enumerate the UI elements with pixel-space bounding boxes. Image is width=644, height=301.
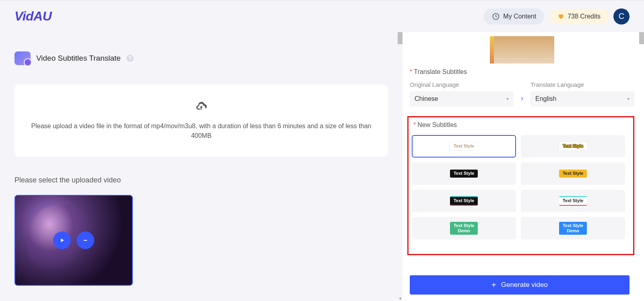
subtitle-style-option-8[interactable]: Text StyleDemo <box>521 217 625 240</box>
generate-row: + Generate video <box>410 275 630 295</box>
required-asterisk: * <box>413 121 416 128</box>
original-language-value: Chinese <box>415 95 438 102</box>
avatar[interactable]: C <box>613 8 630 25</box>
upload-box[interactable]: Please upload a video file in the format… <box>14 84 388 157</box>
video-thumbnail[interactable] <box>14 195 133 286</box>
subtitle-style-option-3[interactable]: Text Style <box>412 162 516 185</box>
play-button[interactable] <box>53 231 71 249</box>
right-scrollbar[interactable] <box>639 32 644 301</box>
style-preview: Text Style <box>559 196 587 205</box>
style-preview: Text Style <box>559 170 587 177</box>
style-preview: Text StyleDemo <box>450 222 478 235</box>
credits-button[interactable]: 738 Credits <box>549 9 609 24</box>
subtitle-style-option-5[interactable]: Text Style <box>412 190 516 212</box>
subtitle-style-option-4[interactable]: Text Style <box>521 162 625 185</box>
original-language-col: Original Language Chinese ▾ <box>410 81 514 106</box>
scrollbar-thumb[interactable] <box>398 32 402 44</box>
subtitle-translate-icon <box>14 51 31 65</box>
left-scrollbar[interactable]: ▾ <box>398 32 402 301</box>
required-asterisk: * <box>410 68 412 75</box>
main-container: Video Subtitles Translate ? Please uploa… <box>0 32 644 301</box>
my-content-button[interactable]: My Content <box>484 8 544 25</box>
new-subtitles-label: *New Subtitles <box>413 121 628 129</box>
chevron-down-icon: ▾ <box>627 96 630 102</box>
translate-language-select[interactable]: English ▾ <box>530 91 634 106</box>
my-content-label: My Content <box>503 13 536 20</box>
cloud-upload-icon <box>193 100 209 113</box>
subtitle-style-option-7[interactable]: Text StyleDemo <box>412 217 516 240</box>
left-section: Video Subtitles Translate ? Please uploa… <box>0 32 402 301</box>
style-preview: Text Style <box>450 142 478 150</box>
remove-button[interactable] <box>76 231 94 249</box>
scrollbar-thumb[interactable] <box>639 32 644 44</box>
preview-thumbnail[interactable] <box>490 36 554 63</box>
arrow-right-icon: › <box>521 94 523 106</box>
chevron-down-icon: ▾ <box>506 96 509 102</box>
original-language-select[interactable]: Chinese ▾ <box>410 91 514 106</box>
header-right: My Content 738 Credits C <box>484 8 630 25</box>
subtitle-style-grid: Text Style Text Style Text Style Text St… <box>409 135 628 240</box>
generate-video-button[interactable]: + Generate video <box>410 275 630 295</box>
clock-icon <box>492 12 500 20</box>
subtitle-style-option-1[interactable]: Text Style <box>412 135 516 158</box>
credits-label: 738 Credits <box>568 13 601 20</box>
right-section: *Translate Subtitles Original Language C… <box>402 32 644 301</box>
select-video-label: Please select the uploaded video <box>14 176 388 184</box>
subtitle-style-option-2[interactable]: Text Style <box>521 135 625 158</box>
brand-logo[interactable]: VidAU <box>14 9 52 24</box>
new-subtitles-highlight-box: *New Subtitles Text Style Text Style Tex… <box>407 116 634 255</box>
header: VidAU My Content 738 Credits C <box>0 0 644 32</box>
style-preview: Text StyleDemo <box>559 222 587 235</box>
heart-icon <box>557 13 564 20</box>
page-title: Video Subtitles Translate <box>36 54 121 63</box>
translate-subtitles-label: *Translate Subtitles <box>410 68 634 76</box>
plus-icon: + <box>491 281 496 289</box>
translate-language-value: English <box>535 95 556 102</box>
style-preview: Text Style <box>559 142 587 150</box>
play-icon <box>59 237 65 244</box>
generate-video-label: Generate video <box>501 281 548 289</box>
page-title-row: Video Subtitles Translate ? <box>14 51 388 65</box>
minus-icon <box>82 237 89 244</box>
translate-language-col: Translate Language English ▾ <box>530 81 634 106</box>
help-icon[interactable]: ? <box>126 55 134 62</box>
upload-hint: Please upload a video file in the format… <box>28 121 374 141</box>
original-language-label: Original Language <box>410 81 514 88</box>
subtitle-style-option-6[interactable]: Text Style <box>521 190 625 212</box>
language-row: Original Language Chinese ▾ › Translate … <box>410 81 634 106</box>
video-controls <box>53 231 94 249</box>
style-preview: Text Style <box>450 170 478 177</box>
style-preview: Text Style <box>450 196 478 205</box>
scrollbar-arrow-down-icon[interactable]: ▾ <box>398 295 402 301</box>
translate-language-label: Translate Language <box>530 81 634 88</box>
